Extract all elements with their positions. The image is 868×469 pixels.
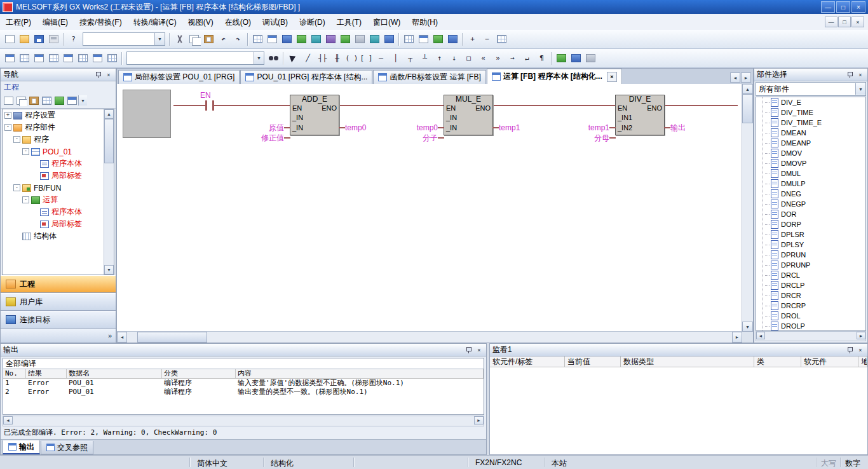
panel-close-icon[interactable]: ×	[475, 346, 484, 354]
toolbar-button[interactable]	[27, 94, 40, 107]
tree-expander-icon[interactable]: +	[4, 112, 11, 119]
tree-item[interactable]: - POU_01	[3, 146, 104, 158]
toolbar-button[interactable]	[382, 32, 397, 46]
part-list-horizontal-scrollbar[interactable]: ◄ ►	[756, 331, 866, 341]
nav-sort-dropdown-icon[interactable]: ▼	[78, 95, 87, 105]
toolbar-button[interactable]: ┴	[417, 51, 432, 65]
function-block[interactable]: ADD_E EN ENO _IN _IN 原值 修正值 temp0	[290, 95, 339, 135]
close-button[interactable]: ×	[851, 1, 865, 13]
menu-item[interactable]: 窗口(W)	[367, 15, 406, 30]
output-column-header[interactable]: 结果	[26, 369, 67, 379]
toolbar-button[interactable]	[17, 51, 32, 65]
scroll-right-icon[interactable]: ►	[732, 332, 742, 343]
scrollbar-thumb[interactable]	[104, 119, 114, 163]
toolbar-button[interactable]	[76, 51, 90, 65]
toolbar-button[interactable]: ↵	[520, 51, 534, 65]
part-list-item[interactable]: DNEG	[760, 189, 865, 199]
combo-dropdown-icon[interactable]: ▼	[154, 33, 165, 45]
combo-dropdown-icon[interactable]: ▼	[855, 83, 865, 95]
toolbar-button[interactable]: ┬	[403, 51, 417, 65]
part-list-item[interactable]: DIV_TIME	[760, 107, 865, 118]
mdi-minimize-button[interactable]: —	[825, 17, 837, 27]
toolbar-button[interactable]	[280, 32, 294, 46]
document-tab[interactable]: 函数/FB标签设置 运算 [FB]	[373, 70, 485, 84]
output-tab[interactable]: 输出	[3, 440, 40, 454]
document-tab[interactable]: POU_01 [PRG] 程序本体 [结构...	[240, 70, 372, 84]
toolbar-button[interactable]	[90, 51, 105, 65]
scroll-down-icon[interactable]: ▼	[742, 322, 753, 332]
toolbar-button[interactable]: ¶	[534, 51, 549, 65]
tree-item[interactable]: - 运算	[3, 194, 104, 206]
tree-vertical-scrollbar[interactable]: ▲ ▼	[104, 109, 114, 275]
input-variable-label[interactable]: 原值	[269, 123, 284, 132]
watch-column-header[interactable]: 当前值	[565, 357, 621, 367]
toolbar-button[interactable]: −	[480, 32, 494, 46]
menu-item[interactable]: 视图(V)	[182, 15, 219, 30]
minimize-button[interactable]: —	[821, 1, 835, 13]
toolbar-button[interactable]	[266, 51, 281, 65]
toolbar-button[interactable]	[569, 51, 583, 65]
toolbar-button[interactable]	[2, 94, 15, 107]
part-list-item[interactable]: DORP	[760, 219, 865, 229]
tree-expander-icon[interactable]: -	[4, 124, 11, 131]
switch-overflow-icon[interactable]: »	[108, 332, 112, 339]
toolbar-button[interactable]: ╫	[330, 51, 344, 65]
part-list-item[interactable]: DOR	[760, 209, 865, 219]
find-combo[interactable]: ▼	[126, 51, 264, 65]
toolbar-button[interactable]: ?	[66, 32, 81, 46]
toolbar-button[interactable]	[286, 51, 301, 65]
toolbar-button[interactable]	[53, 94, 65, 107]
combo-dropdown-icon[interactable]: ▼	[254, 52, 264, 64]
toolbar-button[interactable]: [ ]	[359, 51, 374, 65]
output-variable-label[interactable]: 输出	[670, 123, 686, 132]
pin-icon[interactable]	[94, 71, 103, 79]
part-list-item[interactable]: DPRUN	[760, 250, 865, 260]
output-column-header[interactable]: 数据名	[67, 369, 162, 379]
tree-item[interactable]: - 程序部件	[3, 121, 104, 133]
scroll-right-icon[interactable]: ►	[474, 416, 484, 425]
fbd-canvas[interactable]: EN ADD_E EN ENO _IN _IN 原值	[117, 84, 742, 332]
tab-scroll-left-icon[interactable]: ◄	[730, 72, 740, 83]
toolbar-button[interactable]	[3, 51, 17, 65]
toolbar-button[interactable]: ↷	[231, 32, 245, 46]
toolbar-button[interactable]	[3, 32, 17, 46]
toolbar-button[interactable]	[338, 32, 353, 46]
toolbar-button[interactable]	[17, 32, 32, 46]
watch-column-header[interactable]: 类	[754, 357, 801, 367]
menu-item[interactable]: 编辑(E)	[37, 15, 74, 30]
part-filter-combo[interactable]: 所有部件 ▼	[756, 82, 866, 96]
part-list-item[interactable]: DMULP	[760, 179, 865, 189]
mdi-close-button[interactable]: ×	[851, 17, 864, 27]
toolbar-button[interactable]: ↓	[447, 51, 461, 65]
toolbar-button[interactable]	[250, 32, 265, 46]
scroll-down-icon[interactable]: ▼	[104, 265, 114, 275]
panel-close-icon[interactable]: ×	[104, 71, 113, 79]
toolbar-button[interactable]	[32, 51, 46, 65]
editor-vertical-scrollbar[interactable]: ▲ ▼	[742, 84, 753, 332]
tree-item[interactable]: 结构体	[3, 230, 104, 242]
document-tab[interactable]: 局部标签设置 POU_01 [PRG]	[118, 70, 240, 84]
part-list-item[interactable]: DPRUNP	[760, 260, 865, 270]
toolbar-button[interactable]: ↶	[216, 32, 231, 46]
toolbar-button[interactable]	[402, 32, 416, 46]
part-list-item[interactable]: DNEGP	[760, 199, 865, 209]
part-list-item[interactable]: DMOV	[760, 148, 865, 158]
toolbar-button[interactable]	[46, 32, 61, 46]
tree-expander-icon[interactable]: -	[22, 196, 29, 203]
pin-icon[interactable]	[465, 346, 473, 354]
function-block[interactable]: DIV_E EN ENO _IN1 _IN2 temp1 分母 输出	[615, 95, 665, 135]
watch-column-header[interactable]: 数据类型	[621, 357, 754, 367]
menu-item[interactable]: 帮助(H)	[406, 15, 444, 30]
menu-item[interactable]: 在线(O)	[219, 15, 257, 30]
tab-close-icon[interactable]: ×	[607, 72, 617, 82]
scrollbar-thumb[interactable]	[137, 332, 207, 343]
toolbar-button[interactable]	[353, 32, 367, 46]
part-list-item[interactable]: DMUL	[760, 168, 865, 179]
output-column-header[interactable]: No.	[3, 369, 26, 379]
toolbar-button[interactable]	[323, 32, 338, 46]
view-switch-button[interactable]: 连接目标	[1, 311, 116, 329]
tree-expander-icon[interactable]: -	[22, 148, 29, 155]
watch-column-header[interactable]: 软元件/标签	[490, 357, 565, 367]
scrollbar-thumb[interactable]	[742, 94, 753, 123]
part-list-item[interactable]: DRCLP	[760, 280, 865, 290]
